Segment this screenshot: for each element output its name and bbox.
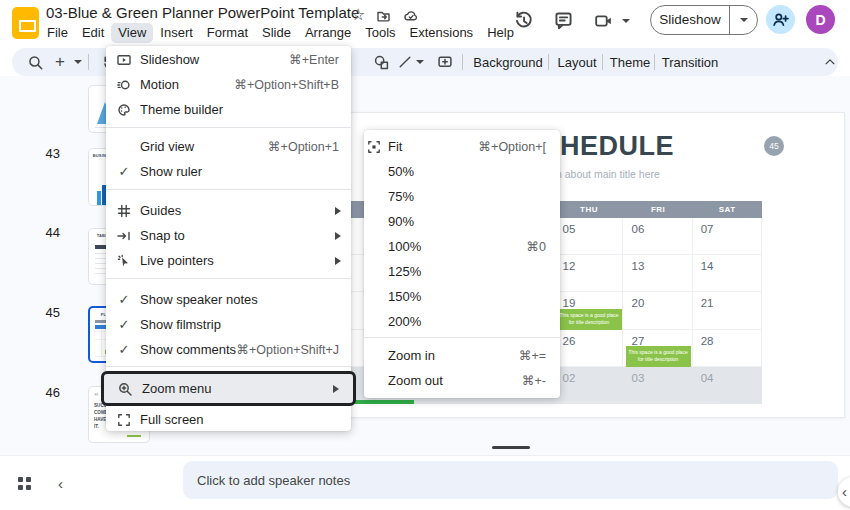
pointer-icon [116, 254, 132, 268]
grid-view-icon[interactable] [18, 477, 31, 490]
menu-arrange[interactable]: Arrange [298, 23, 358, 43]
presentation-play-icon [116, 53, 132, 67]
check-icon: ✓ [116, 292, 132, 307]
quote-mark: “ [94, 391, 99, 401]
slideshow-dropdown-button[interactable] [730, 18, 757, 22]
line-tool-icon[interactable] [394, 48, 416, 76]
slide-number-badge: 45 [764, 136, 784, 156]
view-menu: Slideshow ⌘+Enter Motion ⌘+Option+Shift+… [106, 46, 351, 431]
menu-slide[interactable]: Slide [255, 23, 298, 43]
toolbar-divider [462, 54, 463, 70]
meet-video-icon[interactable] [594, 12, 613, 30]
collapse-filmstrip-icon[interactable]: ‹ [58, 477, 63, 491]
document-title[interactable]: 03-Blue & Green Planner PowerPoint Templ… [46, 4, 359, 21]
calendar-date: 02 [555, 367, 624, 384]
version-history-icon[interactable] [514, 11, 533, 30]
submenu-item-125[interactable]: 125% [364, 259, 560, 284]
menu-item-show-speaker-notes[interactable]: ✓ Show speaker notes [106, 287, 351, 312]
chevron-left-icon: ‹ [842, 485, 847, 499]
bar-shape [97, 191, 101, 205]
menu-tools[interactable]: Tools [358, 23, 402, 43]
slideshow-split-button: Slideshow [650, 5, 758, 35]
submenu-item-90[interactable]: 90% [364, 209, 560, 234]
menu-view[interactable]: View [111, 23, 153, 43]
meet-dropdown-caret-icon[interactable] [622, 19, 630, 23]
new-slide-button[interactable]: + [50, 48, 70, 76]
palette-icon [116, 103, 132, 117]
calendar-date: 14 [693, 255, 762, 272]
account-avatar[interactable]: D [806, 5, 835, 34]
submenu-item-fit[interactable]: Fit ⌘+Option+[ [364, 134, 560, 159]
menu-edit[interactable]: Edit [75, 23, 111, 43]
menu-item-snap-to[interactable]: Snap to [106, 223, 351, 248]
menu-separator [106, 127, 351, 128]
zoom-magnifier-icon [117, 382, 133, 396]
collapse-toolbar-icon[interactable] [818, 48, 842, 76]
star-icon[interactable]: ☆ [351, 7, 365, 23]
menu-item-theme-builder[interactable]: Theme builder [106, 97, 351, 122]
zoom-menu-focus-box: Zoom menu [101, 371, 356, 406]
transition-button[interactable]: Transition [658, 48, 722, 76]
comments-icon[interactable] [554, 11, 573, 30]
menu-item-show-filmstrip[interactable]: ✓ Show filmstrip [106, 312, 351, 337]
menu-item-grid-view[interactable]: Grid view ⌘+Option+1 [106, 134, 351, 159]
menu-item-guides[interactable]: Guides [106, 198, 351, 223]
calendar-date: 13 [624, 255, 693, 272]
menu-item-full-screen[interactable]: Full screen [106, 407, 351, 432]
toolbar-divider [548, 54, 549, 70]
day-header-thu: THU [555, 201, 624, 218]
submenu-arrow-icon [335, 257, 341, 265]
menu-separator [106, 366, 351, 367]
submenu-arrow-icon [333, 385, 339, 393]
calendar-date: 07 [693, 218, 762, 235]
submenu-item-zoom-in[interactable]: Zoom in ⌘+= [364, 343, 560, 368]
thumbnail-number: 45 [30, 305, 60, 320]
thumbnail-number: 44 [30, 225, 60, 240]
submenu-item-75[interactable]: 75% [364, 184, 560, 209]
calendar-date: 19 [555, 292, 624, 309]
menu-item-zoom-menu[interactable]: Zoom menu [104, 374, 353, 403]
menu-format[interactable]: Format [200, 23, 255, 43]
submenu-item-50[interactable]: 50% [364, 159, 560, 184]
insert-comment-icon[interactable] [432, 48, 458, 76]
theme-button[interactable]: Theme [606, 48, 654, 76]
notes-resize-handle[interactable] [492, 446, 530, 449]
calendar-event: This space is a good place for title des… [626, 346, 691, 367]
menu-insert[interactable]: Insert [153, 23, 200, 43]
fullscreen-icon [116, 413, 132, 427]
slides-logo-icon[interactable] [12, 7, 39, 39]
layout-button[interactable]: Layout [552, 48, 602, 76]
shape-tool-icon[interactable] [368, 48, 394, 76]
move-folder-icon[interactable] [376, 9, 391, 23]
toolbar-divider [88, 54, 89, 70]
share-button[interactable] [766, 5, 795, 34]
top-bar: 03-Blue & Green Planner PowerPoint Templ… [0, 0, 850, 46]
menu-item-show-ruler[interactable]: ✓ Show ruler [106, 159, 351, 184]
menu-file[interactable]: File [40, 23, 75, 43]
submenu-item-150[interactable]: 150% [364, 284, 560, 309]
menu-separator [364, 337, 560, 338]
check-icon: ✓ [116, 342, 132, 357]
submenu-item-100[interactable]: 100% ⌘0 [364, 234, 560, 259]
calendar-date: 06 [624, 218, 693, 235]
menu-item-show-comments[interactable]: ✓ Show comments ⌘+Option+Shift+J [106, 337, 351, 362]
guides-icon [116, 204, 132, 218]
menu-item-live-pointers[interactable]: Live pointers [106, 248, 351, 273]
speaker-notes-input[interactable]: Click to add speaker notes [183, 461, 838, 499]
menu-separator [106, 189, 351, 190]
person-add-icon [772, 11, 789, 28]
background-button[interactable]: Background [470, 48, 546, 76]
slideshow-button[interactable]: Slideshow [651, 6, 730, 34]
toolbar-divider [602, 54, 603, 70]
menu-item-motion[interactable]: Motion ⌘+Option+Shift+B [106, 72, 351, 97]
motion-icon [116, 78, 132, 92]
submenu-item-200[interactable]: 200% [364, 309, 560, 334]
thumbnail-number: 43 [30, 146, 60, 161]
menu-item-slideshow[interactable]: Slideshow ⌘+Enter [106, 47, 351, 72]
menu-bar: File Edit View Insert Format Slide Arran… [40, 23, 521, 43]
submenu-item-zoom-out[interactable]: Zoom out ⌘+- [364, 368, 560, 393]
calendar-date: 21 [693, 292, 762, 309]
cloud-status-icon[interactable] [403, 9, 419, 23]
menu-extensions[interactable]: Extensions [403, 23, 481, 43]
search-menus-icon[interactable] [22, 48, 48, 76]
